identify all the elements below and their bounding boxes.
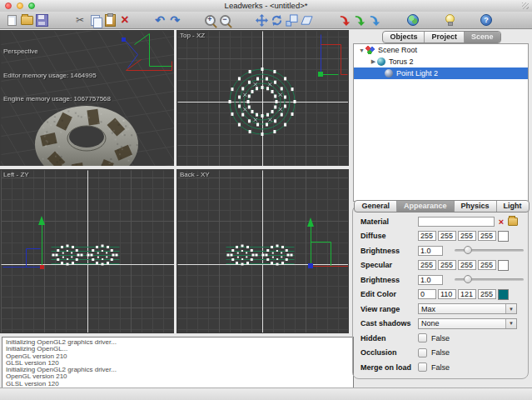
diffuse-g-field[interactable]: 255: [438, 231, 456, 241]
edit-color-g-field[interactable]: 110: [438, 289, 456, 299]
edit-color-row: Edit Color 0 110 121 255: [360, 289, 524, 300]
merge-on-load-checkbox[interactable]: [418, 362, 427, 372]
view-range-select[interactable]: Max ▼: [418, 303, 517, 314]
light-bulb-icon[interactable]: [442, 12, 457, 28]
specular-label: Specular: [360, 261, 418, 269]
viewport-perspective-label: Perspective: [3, 48, 111, 56]
merge-on-load-row: Merge on load False: [360, 362, 524, 372]
tab-objects[interactable]: Objects: [383, 32, 425, 42]
hidden-label: Hidden: [360, 334, 418, 342]
occlusion-value: False: [431, 348, 450, 357]
resize-grip-icon[interactable]: [522, 2, 529, 9]
scene-root-icon: [365, 46, 375, 54]
curved-arrow-blue-icon[interactable]: [367, 12, 382, 28]
open-folder-icon[interactable]: [19, 12, 34, 28]
save-icon[interactable]: [34, 12, 49, 28]
redo-icon[interactable]: ↷: [167, 12, 182, 28]
edit-color-label: Edit Color: [360, 290, 418, 298]
properties-form: Material × Diffuse 255 255 255 255 Brigh…: [360, 216, 524, 372]
material-row: Material ×: [360, 216, 524, 227]
viewport-back[interactable]: Back - XY: [177, 169, 349, 333]
window-title: Leadwerks - <untitled>*: [0, 1, 532, 10]
tab-general[interactable]: General: [355, 201, 397, 212]
globe-icon[interactable]: [405, 12, 420, 28]
scale-icon[interactable]: [284, 12, 299, 28]
occlusion-checkbox[interactable]: [418, 348, 427, 358]
edit-color-r-field[interactable]: 0: [418, 289, 436, 299]
brightness-field[interactable]: 1.0: [418, 246, 443, 256]
brightness-slider-thumb[interactable]: [464, 246, 472, 254]
edit-color-b-field[interactable]: 121: [458, 289, 476, 299]
tree-item-label: Scene Root: [378, 46, 417, 54]
tree-item-torus[interactable]: ▶ Torus 2: [354, 56, 528, 68]
shear-icon[interactable]: [299, 12, 314, 28]
specular-brightness-row: Brightness 1.0: [360, 274, 524, 285]
material-clear-icon[interactable]: ×: [496, 217, 506, 227]
undo-icon[interactable]: ↶: [152, 12, 167, 28]
tab-project[interactable]: Project: [425, 32, 465, 42]
log-line: GLSL version 120: [6, 381, 350, 388]
cast-shadows-select[interactable]: None ▼: [418, 318, 517, 329]
help-icon[interactable]: ?: [479, 12, 494, 28]
edit-color-swatch[interactable]: [498, 289, 509, 300]
cast-shadows-value: None: [421, 319, 440, 328]
diffuse-color-swatch[interactable]: [498, 231, 509, 242]
diffuse-b-field[interactable]: 255: [458, 231, 476, 241]
tab-light[interactable]: Light: [497, 201, 529, 212]
material-field[interactable]: [418, 217, 495, 227]
paste-icon[interactable]: [102, 12, 117, 28]
tab-scene[interactable]: Scene: [465, 32, 500, 42]
viewport-perspective[interactable]: Perspective Editor memory usage: 1464995…: [0, 30, 175, 167]
panel-tab-bar: Objects Project Scene: [351, 31, 532, 43]
curved-arrow-red-icon[interactable]: [337, 12, 352, 28]
properties-tab-bar: General Appearance Physics Light: [351, 200, 532, 212]
edit-color-a-field[interactable]: 255: [478, 289, 496, 299]
diffuse-a-field[interactable]: 255: [478, 231, 496, 241]
zoom-in-icon[interactable]: +: [202, 12, 217, 28]
hidden-checkbox[interactable]: [418, 333, 427, 342]
copy-icon[interactable]: [87, 12, 102, 28]
tab-physics[interactable]: Physics: [455, 201, 497, 212]
leadwerks-window: Leadwerks - <untitled>* ✂ × ↶ ↷ + −: [0, 0, 532, 400]
title-bar[interactable]: Leadwerks - <untitled>*: [0, 0, 532, 12]
chevron-down-icon: ▼: [505, 304, 516, 313]
merge-on-load-label: Merge on load: [360, 363, 418, 372]
point-light-icon: [385, 69, 393, 78]
diffuse-r-field[interactable]: 255: [418, 231, 436, 241]
new-file-icon[interactable]: [4, 12, 19, 28]
tab-appearance[interactable]: Appearance: [397, 201, 455, 212]
zoom-out-icon[interactable]: −: [217, 12, 232, 28]
specular-b-field[interactable]: 255: [458, 260, 476, 270]
specular-color-swatch[interactable]: [498, 260, 509, 271]
scene-tree: ▼ Scene Root ▶ Torus 2 Point Light 2: [353, 43, 529, 202]
specular-brightness-field[interactable]: 1.0: [418, 275, 443, 285]
specular-brightness-slider[interactable]: [455, 278, 524, 281]
tree-item-point-light[interactable]: Point Light 2: [354, 68, 528, 79]
console-log[interactable]: Initializing OpenGL2 graphics driver... …: [2, 337, 354, 390]
view-range-label: View range: [360, 305, 418, 313]
brightness-slider[interactable]: [455, 249, 524, 252]
viewport-left[interactable]: Left - ZY: [0, 169, 175, 333]
cut-icon[interactable]: ✂: [72, 12, 87, 28]
delete-icon[interactable]: ×: [117, 12, 132, 28]
specular-g-field[interactable]: 255: [438, 260, 456, 270]
rotate-icon[interactable]: [269, 12, 284, 28]
specular-a-field[interactable]: 255: [478, 260, 496, 270]
viewport-v-splitter[interactable]: [174, 30, 177, 333]
status-bar: [0, 388, 532, 400]
cast-shadows-row: Cast shadows None ▼: [360, 318, 524, 329]
tree-item-scene-root[interactable]: ▼ Scene Root: [354, 44, 528, 56]
curved-arrow-green-icon[interactable]: [352, 12, 367, 28]
viewport-top[interactable]: Top - XZ: [177, 30, 349, 167]
specular-row: Specular 255 255 255 255: [360, 260, 524, 271]
specular-r-field[interactable]: 255: [418, 260, 436, 270]
disclosure-right-icon[interactable]: ▶: [370, 58, 377, 65]
move-icon[interactable]: [254, 12, 269, 28]
viewport-top-label: Top - XZ: [180, 32, 205, 40]
engine-memory-stat: Engine memory usage: 1067757568: [3, 95, 111, 103]
chevron-down-icon: ▼: [505, 319, 516, 328]
disclosure-down-icon[interactable]: ▼: [358, 48, 365, 53]
material-browse-icon[interactable]: [508, 217, 518, 227]
specular-brightness-slider-thumb[interactable]: [464, 275, 472, 283]
occlusion-row: Occlusion False: [360, 348, 524, 358]
